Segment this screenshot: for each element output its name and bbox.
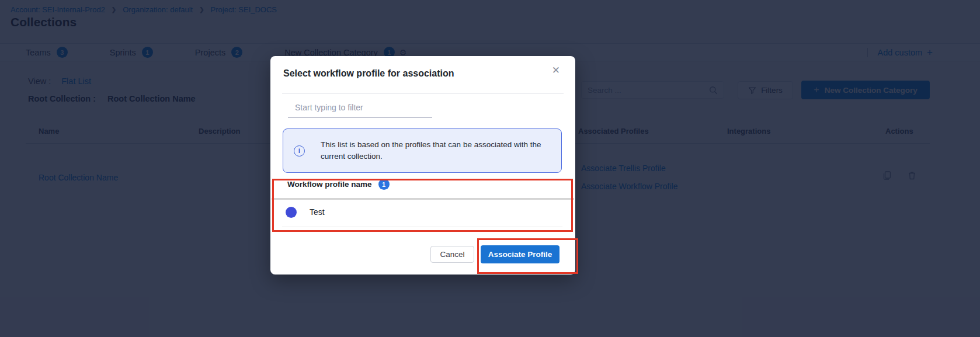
workflow-profile-section-heading: Workflow profile name 1: [287, 179, 390, 190]
row-divider: [282, 227, 562, 227]
info-banner: i This list is based on the profiles tha…: [283, 128, 562, 173]
profile-list-item[interactable]: Test: [270, 203, 575, 225]
modal-title: Select workflow profile for association: [283, 68, 454, 79]
cancel-button[interactable]: Cancel: [430, 246, 474, 263]
collections-page: Account: SEI-Internal-Prod2 ❯ Organizati…: [0, 0, 980, 337]
profile-filter-input[interactable]: [288, 100, 432, 118]
workflow-profile-name-label: Workflow profile name: [287, 180, 372, 189]
modal-title-divider: [282, 93, 564, 93]
info-icon: i: [294, 145, 305, 157]
close-icon[interactable]: ✕: [552, 64, 560, 77]
info-banner-text: This list is based on the profiles that …: [321, 139, 551, 162]
associate-profile-button[interactable]: Associate Profile: [481, 245, 559, 263]
select-workflow-profile-modal: Select workflow profile for association …: [270, 56, 575, 275]
workflow-profile-count-badge: 1: [378, 179, 390, 190]
profile-name: Test: [310, 207, 325, 217]
selected-radio-icon[interactable]: [286, 207, 297, 218]
section-divider: [272, 198, 574, 200]
